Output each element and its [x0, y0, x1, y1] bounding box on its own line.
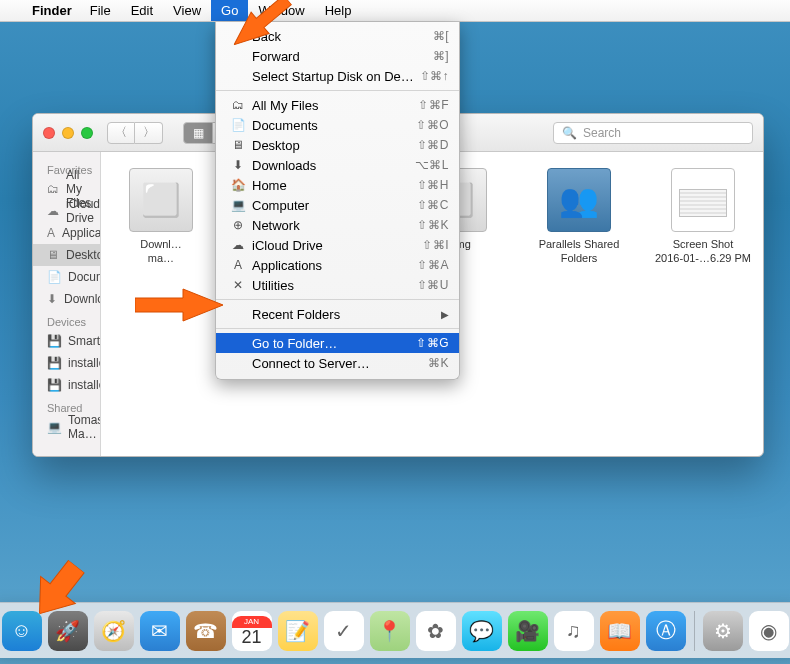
- sidebar-icloud[interactable]: ☁︎iCloud Drive: [33, 200, 100, 222]
- dock-notes[interactable]: 📝: [278, 611, 318, 651]
- all-files-icon: 🗂: [230, 98, 246, 112]
- sidebar-device-2[interactable]: 💾installer⏏: [33, 352, 100, 374]
- home-icon: 🏠: [230, 178, 246, 192]
- cloud-icon: ☁︎: [230, 238, 246, 252]
- svg-marker-1: [135, 289, 223, 321]
- go-recent-folders[interactable]: Recent Folders▶: [216, 304, 459, 324]
- menu-help[interactable]: Help: [315, 0, 362, 21]
- search-icon: 🔍: [562, 126, 577, 140]
- go-menu-dropdown: Back⌘[ Forward⌘] Select Startup Disk on …: [215, 22, 460, 380]
- utilities-icon: ✕: [230, 278, 246, 292]
- zoom-button[interactable]: [81, 127, 93, 139]
- sidebar-applications[interactable]: AApplications: [33, 222, 100, 244]
- network-icon: ⊕: [230, 218, 246, 232]
- go-desktop[interactable]: 🖥Desktop⇧⌘D: [216, 135, 459, 155]
- documents-icon: 📄: [230, 118, 246, 132]
- dock-separator: [694, 611, 695, 651]
- disk-icon: ⬜: [129, 168, 193, 232]
- dock-calendar[interactable]: JAN21: [232, 611, 272, 651]
- finder-sidebar: Favorites 🗂All My Files ☁︎iCloud Drive A…: [33, 152, 101, 456]
- sidebar-downloads[interactable]: ⬇︎Downloads: [33, 288, 100, 310]
- forward-button[interactable]: 〉: [135, 122, 163, 144]
- back-button[interactable]: 〈: [107, 122, 135, 144]
- dock-itunes[interactable]: ♫: [554, 611, 594, 651]
- menu-file[interactable]: File: [80, 0, 121, 21]
- menubar: Finder File Edit View Go Window Help: [0, 0, 790, 22]
- desktop-icon: 🖥: [230, 138, 246, 152]
- menu-edit[interactable]: Edit: [121, 0, 163, 21]
- traffic-lights: [43, 127, 93, 139]
- go-to-folder[interactable]: Go to Folder…⇧⌘G: [216, 333, 459, 353]
- go-downloads[interactable]: ⬇︎Downloads⌥⌘L: [216, 155, 459, 175]
- dock-facetime[interactable]: 🎥: [508, 611, 548, 651]
- dock-mail[interactable]: ✉︎: [140, 611, 180, 651]
- go-startup-disk[interactable]: Select Startup Disk on Desktop⇧⌘↑: [216, 66, 459, 86]
- go-applications[interactable]: AApplications⇧⌘A: [216, 255, 459, 275]
- go-network[interactable]: ⊕Network⇧⌘K: [216, 215, 459, 235]
- sidebar-documents[interactable]: 📄Documents: [33, 266, 100, 288]
- menu-view[interactable]: View: [163, 0, 211, 21]
- search-placeholder: Search: [583, 126, 621, 140]
- sidebar-desktop[interactable]: 🖥Desktop: [33, 244, 100, 266]
- sidebar-shared-1[interactable]: 💻Tomas's Ma…: [33, 416, 100, 438]
- dock-appstore[interactable]: Ⓐ: [646, 611, 686, 651]
- dock-finder[interactable]: ☺: [2, 611, 42, 651]
- go-connect-server[interactable]: Connect to Server…⌘K: [216, 353, 459, 373]
- close-button[interactable]: [43, 127, 55, 139]
- applications-icon: A: [230, 258, 246, 272]
- dock-wrap: ☺🚀🧭✉︎☎JAN21📝✓📍✿💬🎥♫📖Ⓐ⚙◉: [0, 602, 790, 664]
- dock-chrome[interactable]: ◉: [749, 611, 789, 651]
- shared-folder-icon: 👥: [547, 168, 611, 232]
- file-item[interactable]: ⬜Downl… ma…: [113, 168, 209, 266]
- menubar-app-name[interactable]: Finder: [24, 0, 80, 21]
- computer-icon: 💻: [230, 198, 246, 212]
- view-icons[interactable]: ▦: [183, 122, 213, 144]
- dock-preferences[interactable]: ⚙: [703, 611, 743, 651]
- downloads-icon: ⬇︎: [230, 158, 246, 172]
- go-computer[interactable]: 💻Computer⇧⌘C: [216, 195, 459, 215]
- go-all-my-files[interactable]: 🗂All My Files⇧⌘F: [216, 95, 459, 115]
- dock-messages[interactable]: 💬: [462, 611, 502, 651]
- dock-contacts[interactable]: ☎: [186, 611, 226, 651]
- dock-safari[interactable]: 🧭: [94, 611, 134, 651]
- go-utilities[interactable]: ✕Utilities⇧⌘U: [216, 275, 459, 295]
- go-icloud[interactable]: ☁︎iCloud Drive⇧⌘I: [216, 235, 459, 255]
- minimize-button[interactable]: [62, 127, 74, 139]
- dock: ☺🚀🧭✉︎☎JAN21📝✓📍✿💬🎥♫📖Ⓐ⚙◉: [0, 602, 790, 658]
- go-home[interactable]: 🏠Home⇧⌘H: [216, 175, 459, 195]
- file-item[interactable]: Screen Shot 2016-01-…6.29 PM: [655, 168, 751, 266]
- screenshot-icon: [671, 168, 735, 232]
- devices-header: Devices: [33, 310, 100, 330]
- sidebar-device-1[interactable]: 💾SmartInst…⏏: [33, 330, 100, 352]
- dock-maps[interactable]: 📍: [370, 611, 410, 651]
- dock-ibooks[interactable]: 📖: [600, 611, 640, 651]
- dock-reminders[interactable]: ✓: [324, 611, 364, 651]
- file-item[interactable]: 👥Parallels Shared Folders: [531, 168, 627, 266]
- dock-photos[interactable]: ✿: [416, 611, 456, 651]
- search-field[interactable]: 🔍 Search: [553, 122, 753, 144]
- annotation-arrow-go-to-folder: [135, 287, 223, 337]
- go-documents[interactable]: 📄Documents⇧⌘O: [216, 115, 459, 135]
- sidebar-device-3[interactable]: 💾installer⏏: [33, 374, 100, 396]
